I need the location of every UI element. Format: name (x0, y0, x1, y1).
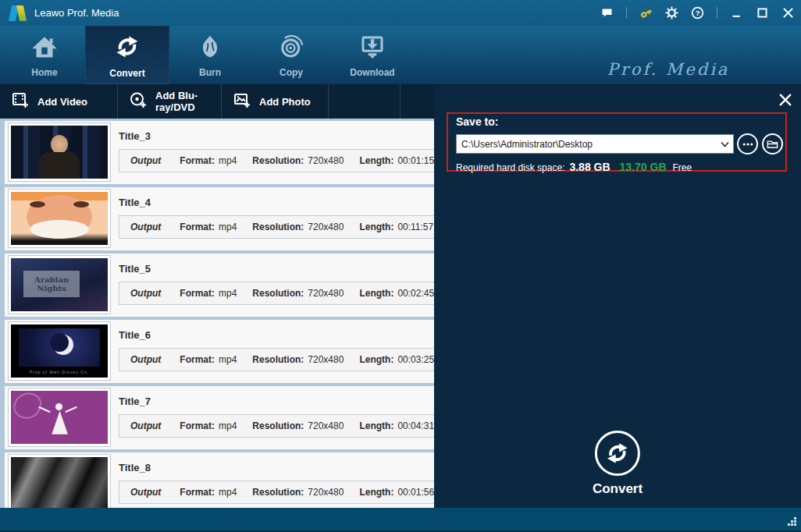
output-label: Output (130, 155, 161, 166)
output-label: Output (130, 222, 161, 232)
tab-convert-label: Convert (109, 68, 144, 79)
free-space-value: 13.70 GB (620, 161, 667, 173)
copy-disc-icon (277, 33, 305, 64)
length-field: Length:00:01:15 (359, 155, 434, 166)
format-field: Format:mp4 (180, 487, 237, 498)
output-label: Output (130, 420, 161, 431)
window-title: Leawo Prof. Media (34, 7, 119, 19)
required-space-value: 3.88 GB (569, 161, 610, 173)
panel-close-icon[interactable] (778, 92, 793, 108)
add-photo-icon (233, 90, 251, 112)
tab-download[interactable]: Download (332, 26, 413, 84)
format-field: Format:mp4 (180, 288, 237, 299)
status-bar (0, 508, 801, 532)
register-key-icon[interactable] (639, 6, 653, 20)
titlebar: Leawo Prof. Media ? (0, 0, 801, 26)
length-field: Length:00:02:45 (359, 288, 434, 299)
add-video-icon (11, 90, 30, 112)
convert-button-label: Convert (593, 481, 643, 497)
length-field: Length:00:04:31 (359, 420, 434, 431)
output-label: Output (130, 288, 161, 299)
main-nav: Home Convert Burn Copy (0, 26, 801, 84)
video-title: Title_6 (119, 329, 151, 341)
video-thumbnail (8, 388, 111, 447)
video-thumbnail (8, 454, 111, 508)
video-title: Title_3 (119, 130, 151, 142)
video-title: Title_8 (119, 462, 151, 473)
video-title: Title_5 (119, 263, 151, 275)
free-label: Free (673, 162, 692, 173)
tab-burn-label: Burn (199, 67, 221, 78)
required-space-label: Required hard disk space: (456, 162, 564, 173)
output-label: Output (130, 487, 161, 498)
help-icon[interactable]: ? (691, 6, 704, 20)
format-field: Format:mp4 (180, 222, 237, 232)
video-thumbnail: Prop of Walt Disney Co. (8, 321, 111, 381)
output-label: Output (130, 354, 161, 365)
svg-text:?: ? (696, 9, 700, 17)
add-bluray-dvd-icon (129, 90, 148, 112)
titlebar-divider (626, 7, 627, 19)
leawo-logo-icon (9, 5, 27, 21)
add-video-label: Add Video (37, 96, 87, 108)
video-title: Title_7 (119, 395, 151, 407)
resolution-field: Resolution:720x480 (252, 288, 344, 299)
toolbar-divider (329, 84, 400, 119)
browse-ellipsis-button[interactable] (737, 133, 758, 154)
add-bluray-dvd-label: Add Blu-ray/DVD (155, 90, 210, 113)
convert-cycle-icon (595, 431, 640, 476)
burn-flame-icon (196, 33, 224, 64)
thumbnail-caption: Prop of Walt Disney Co. (11, 370, 108, 374)
required-space-line: Required hard disk space:3.88 GB13.70 GB… (456, 161, 692, 173)
minimize-icon[interactable] (730, 6, 743, 20)
close-icon[interactable] (781, 6, 795, 20)
tab-download-label: Download (350, 67, 394, 78)
save-to-label: Save to: (456, 115, 498, 128)
convert-settings-panel: Save to: C:\Users\Administrator\Desktop … (434, 86, 801, 508)
format-field: Format:mp4 (180, 155, 237, 166)
titlebar-divider (717, 7, 717, 19)
brand-script: Prof. Media (582, 60, 754, 79)
resolution-field: Resolution:720x480 (252, 354, 344, 365)
convert-cycle-icon (112, 32, 142, 65)
resolution-field: Resolution:720x480 (252, 487, 344, 498)
length-field: Length:00:03:25 (359, 354, 434, 365)
length-field: Length:00:01:56 (359, 487, 434, 498)
home-icon (30, 33, 59, 64)
tab-copy-label: Copy (279, 67, 303, 78)
chevron-down-icon (716, 141, 733, 147)
convert-button[interactable]: Convert (593, 431, 643, 497)
resize-grip[interactable] (787, 516, 797, 527)
tab-home[interactable]: Home (4, 26, 85, 84)
settings-gear-icon[interactable] (665, 6, 678, 20)
tab-convert[interactable]: Convert (85, 26, 169, 84)
resolution-field: Resolution:720x480 (252, 222, 344, 232)
save-path-select[interactable]: C:\Users\Administrator\Desktop (456, 134, 734, 154)
app-window: Leawo Prof. Media ? (0, 0, 801, 532)
save-path-value: C:\Users\Administrator\Desktop (457, 139, 716, 150)
video-thumbnail: Arabian Nights (8, 255, 111, 314)
video-title: Title_4 (119, 197, 151, 208)
add-video-button[interactable]: Add Video (0, 84, 118, 119)
video-thumbnail (8, 122, 111, 182)
resolution-field: Resolution:720x480 (252, 155, 344, 166)
download-icon (358, 33, 386, 64)
format-field: Format:mp4 (180, 354, 237, 365)
feedback-chat-icon[interactable] (600, 6, 614, 20)
maximize-icon[interactable] (756, 6, 769, 20)
tab-copy[interactable]: Copy (251, 26, 332, 84)
tab-home-label: Home (31, 67, 57, 78)
titlebar-controls: ? (600, 0, 795, 26)
add-bluray-dvd-button[interactable]: Add Blu-ray/DVD (118, 84, 222, 119)
tab-burn[interactable]: Burn (169, 26, 251, 84)
video-thumbnail (8, 189, 111, 248)
add-photo-label: Add Photo (259, 96, 311, 108)
resolution-field: Resolution:720x480 (252, 420, 344, 431)
format-field: Format:mp4 (180, 420, 237, 431)
thumbnail-text: Arabian Nights (23, 271, 80, 297)
nav-tabs: Home Convert Burn Copy (4, 26, 413, 84)
length-field: Length:00:11:57 (359, 222, 433, 232)
open-folder-button[interactable] (762, 133, 783, 154)
add-photo-button[interactable]: Add Photo (222, 84, 329, 119)
